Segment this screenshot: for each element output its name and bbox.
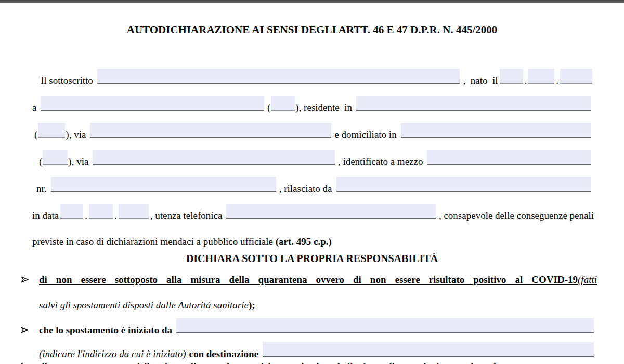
item2-italic-hint: (indicare l'indirizzo da cui è iniziato) [39,347,186,361]
date-dot: . [525,73,527,87]
id-method-field[interactable] [427,150,591,165]
label-nr: nr. [36,181,47,196]
label-residente-in: ), residente in [295,100,352,114]
form-line-6: in data . . , utenza telefonica , consap… [32,204,594,223]
issued-by-field[interactable] [336,177,591,192]
document-number-field[interactable] [51,177,276,192]
declaration-item-1-continued: salvi gli spostamenti disposti dalle Aut… [21,298,597,312]
document-title: AUTODICHIARAZIONE AI SENSI DEGLI ARTT. 4… [0,23,624,36]
item1-italic-text: salvi gli spostamenti disposti dalle Aut… [39,300,249,310]
birth-day-field[interactable] [500,69,523,84]
residence-city-field[interactable] [356,96,591,111]
item2-destination-bold: con destinazione [189,347,259,361]
declaration-item-1: di non essere sottoposto alla misura del… [21,272,597,287]
birth-year-field[interactable] [560,69,592,84]
residence-province-field[interactable] [38,123,65,138]
declaration-item-3: di essere a conoscenza delle misure di c… [21,359,597,364]
item1-bold-text: di non essere sottoposto alla misura del… [39,274,578,285]
form-line-4: ( ), via , identificato a mezzo [32,150,594,168]
document-page: AUTODICHIARAZIONE AI SENSI DEGLI ARTT. 4… [0,3,624,364]
phone-number-field[interactable] [226,204,436,219]
label-utenza-telefonica: , utenza telefonica [150,209,223,223]
form-line-5: nr. , rilasciato da [32,177,594,196]
declaration-item-2-continued: (indicare l'indirizzo da cui è iniziato)… [21,342,597,361]
form-line-7: previste in caso di dichiarazioni mendac… [32,235,594,249]
label-nato-il: , nato il [463,73,498,87]
label-via: ), via [66,127,86,141]
label-rilasciato-da: , rilasciato da [279,181,332,196]
item3-bold-text: di essere a conoscenza delle misure di c… [39,359,496,364]
declaration-item-2: che lo spostamento è iniziato da [21,318,597,337]
label-il-sottoscritto: Il sottoscritto [41,73,93,87]
label-identificato-a-mezzo: , identificato a mezzo [338,154,423,168]
domicile-province-field[interactable] [43,150,68,165]
birth-province-field[interactable] [271,96,295,111]
label-in-data: in data [32,209,59,223]
paren-open: ( [267,100,270,114]
paren-open: ( [39,154,42,168]
origin-address-field[interactable] [176,318,594,333]
date-dot: . [114,209,117,223]
date-dot: . [556,73,558,87]
destination-field[interactable] [263,342,594,357]
issue-month-field[interactable] [89,204,113,219]
penalty-text: previste in caso di dichiarazioni mendac… [32,235,276,249]
arrow-bullet-icon [21,272,39,287]
domicile-street-field[interactable] [93,150,335,165]
label-domiciliato-in: e domiciliato in [334,127,396,141]
label-via: ), via [68,154,88,168]
item1-close-bold: ); [249,300,255,310]
form-line-3: ( ), via e domiciliato in [32,123,594,141]
label-consapevole: , consapevole delle conseguenze penali [439,209,594,223]
domicile-city-field[interactable] [401,123,591,138]
paren-open: ( [34,127,37,141]
birth-month-field[interactable] [528,69,554,84]
arrow-bullet-icon [21,323,39,337]
issue-year-field[interactable] [119,204,149,219]
date-dot: . [85,209,87,223]
form-line-1: Il sottoscritto , nato il . . [32,69,594,87]
residence-street-field[interactable] [90,123,331,138]
form-line-2: a ( ), residente in [32,96,594,114]
birth-place-field[interactable] [41,96,264,111]
issue-day-field[interactable] [60,204,83,219]
label-a: a [32,100,36,114]
item2-bold-text: che lo spostamento è iniziato da [39,323,172,337]
arrow-bullet-icon [21,359,39,364]
penalty-article-bold: (art. 495 c.p.) [276,235,332,249]
item1-italic-start: (fatti [578,274,597,285]
declaration-heading: DICHIARA SOTTO LA PROPRIA RESPONSABILITÀ [0,253,624,265]
declarant-name-field[interactable] [97,69,460,84]
